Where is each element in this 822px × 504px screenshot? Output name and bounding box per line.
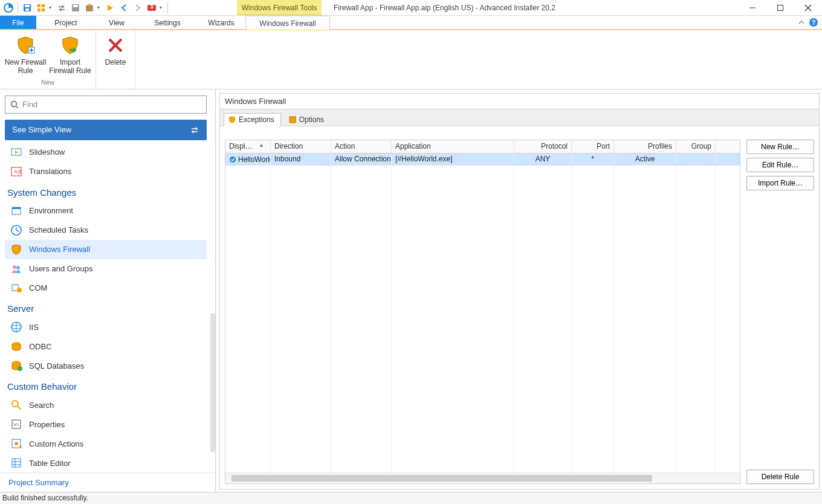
tab-windows-firewall[interactable]: Windows Firewall bbox=[245, 16, 330, 30]
col-action[interactable]: Action bbox=[331, 140, 392, 153]
new-firewall-rule-button[interactable]: New Firewall Rule bbox=[4, 33, 47, 79]
find-input-wrap[interactable] bbox=[5, 95, 207, 114]
svg-point-24 bbox=[11, 101, 17, 106]
firewall-icon bbox=[10, 243, 23, 256]
col-direction[interactable]: Direction bbox=[271, 140, 331, 153]
users-icon bbox=[10, 262, 23, 276]
svg-point-36 bbox=[16, 266, 20, 270]
grid-icon[interactable] bbox=[35, 2, 47, 14]
nav-users-groups[interactable]: Users and Groups bbox=[5, 259, 207, 279]
notification-icon[interactable]: 3 bbox=[146, 2, 158, 14]
nav-windows-firewall[interactable]: Windows Firewall bbox=[5, 240, 207, 259]
svg-rect-55 bbox=[290, 117, 296, 123]
tab-exceptions[interactable]: Exceptions bbox=[224, 113, 281, 126]
exceptions-tab-icon bbox=[228, 115, 236, 124]
table-icon bbox=[10, 456, 23, 470]
import-firewall-rule-button[interactable]: Import Firewall Rule bbox=[48, 33, 92, 79]
maximize-button[interactable] bbox=[766, 0, 794, 15]
properties-icon: V= bbox=[10, 418, 23, 431]
svg-rect-6 bbox=[37, 8, 40, 11]
section-custom-behavior: Custom Behavior bbox=[5, 375, 207, 395]
clock-icon bbox=[10, 224, 23, 237]
nav-slideshow[interactable]: Slideshow bbox=[5, 143, 207, 162]
close-button[interactable] bbox=[794, 0, 822, 15]
nav-odbc[interactable]: ODBC bbox=[5, 337, 207, 356]
firewall-rules-grid[interactable]: Displ… ▲ Direction Action Application Pr… bbox=[225, 140, 740, 484]
find-input[interactable] bbox=[22, 100, 201, 109]
options-tab-icon bbox=[288, 115, 297, 124]
forward-icon[interactable] bbox=[132, 2, 144, 14]
tab-project[interactable]: Project bbox=[36, 16, 95, 30]
tab-file[interactable]: File bbox=[0, 16, 36, 30]
svg-rect-4 bbox=[37, 4, 40, 7]
section-server: Server bbox=[5, 297, 207, 317]
col-protocol[interactable]: Protocol bbox=[514, 140, 572, 153]
simple-view-button[interactable]: See Simple View bbox=[5, 120, 207, 140]
new-rule-button[interactable]: New Rule… bbox=[746, 140, 814, 154]
dropdown-caret-icon-3[interactable]: ▾ bbox=[160, 5, 164, 10]
custom-actions-icon bbox=[10, 437, 23, 450]
svg-text:文: 文 bbox=[18, 169, 22, 175]
col-group[interactable]: Group bbox=[676, 140, 716, 153]
tab-options[interactable]: Options bbox=[284, 113, 331, 126]
nav-translations[interactable]: A文 Translations bbox=[5, 162, 207, 181]
svg-rect-5 bbox=[42, 4, 45, 7]
import-rule-button[interactable]: Import Rule… bbox=[746, 176, 814, 190]
grid-horizontal-scrollbar[interactable] bbox=[225, 473, 740, 483]
slideshow-icon bbox=[10, 146, 23, 159]
tab-settings[interactable]: Settings bbox=[138, 16, 197, 30]
environment-icon bbox=[10, 204, 23, 218]
transfer-icon[interactable] bbox=[56, 2, 68, 14]
nav-search[interactable]: Search bbox=[5, 395, 207, 415]
run-icon[interactable] bbox=[104, 2, 116, 14]
col-profiles[interactable]: Profiles bbox=[614, 140, 676, 153]
minimize-button[interactable] bbox=[739, 0, 766, 15]
nav-iis[interactable]: IIS bbox=[5, 317, 207, 337]
search-icon bbox=[10, 100, 19, 109]
svg-rect-9 bbox=[73, 5, 78, 7]
sidebar-scrollbar[interactable] bbox=[210, 313, 215, 452]
delete-rule-button[interactable]: Delete Rule bbox=[746, 470, 814, 484]
help-icon[interactable]: ? bbox=[809, 18, 818, 27]
edit-rule-button[interactable]: Edit Rule… bbox=[746, 158, 814, 172]
rule-enabled-icon bbox=[229, 156, 236, 163]
dropdown-caret-icon[interactable]: ▾ bbox=[49, 5, 54, 10]
swap-icon bbox=[190, 125, 199, 135]
nav-scheduled-tasks[interactable]: Scheduled Tasks bbox=[5, 221, 207, 240]
svg-rect-31 bbox=[12, 207, 21, 209]
nav-table-editor[interactable]: Table Editor bbox=[5, 453, 207, 473]
nav-properties[interactable]: V= Properties bbox=[5, 415, 207, 434]
svg-text:V=: V= bbox=[13, 422, 19, 427]
svg-line-46 bbox=[18, 406, 21, 409]
shield-new-icon bbox=[15, 35, 36, 56]
delete-button[interactable]: Delete bbox=[100, 33, 131, 79]
package-icon[interactable] bbox=[83, 2, 95, 14]
contextual-tab-title: Windows Firewall Tools bbox=[237, 0, 322, 15]
nav-com[interactable]: COM bbox=[5, 279, 207, 298]
odbc-icon bbox=[10, 340, 23, 353]
svg-rect-3 bbox=[25, 8, 29, 11]
svg-line-25 bbox=[16, 106, 18, 108]
qat-app-icon[interactable] bbox=[2, 2, 15, 14]
rule-row[interactable]: HelloWorld Inbound Allow Connection [#He… bbox=[225, 153, 740, 166]
nav-environment[interactable]: Environment bbox=[5, 201, 207, 221]
tab-view[interactable]: View bbox=[95, 16, 138, 30]
back-icon[interactable] bbox=[118, 2, 130, 14]
nav-custom-actions[interactable]: Custom Actions bbox=[5, 434, 207, 453]
project-summary-link[interactable]: Project Summary bbox=[0, 473, 215, 492]
svg-point-44 bbox=[18, 366, 22, 371]
col-port[interactable]: Port bbox=[572, 140, 614, 153]
tab-wizards[interactable]: Wizards bbox=[197, 16, 245, 30]
col-application[interactable]: Application bbox=[392, 140, 514, 153]
qat-separator-2 bbox=[167, 2, 168, 13]
svg-text:?: ? bbox=[812, 19, 816, 26]
ribbon-collapse-icon[interactable] bbox=[798, 19, 805, 26]
com-icon bbox=[10, 281, 23, 294]
save-icon[interactable] bbox=[21, 2, 33, 14]
svg-point-50 bbox=[15, 442, 18, 445]
nav-sql-databases[interactable]: SQL Databases bbox=[5, 356, 207, 375]
delete-icon bbox=[105, 35, 126, 56]
dropdown-caret-icon-2[interactable]: ▾ bbox=[97, 5, 102, 10]
svg-rect-51 bbox=[12, 459, 21, 467]
save-alt-icon[interactable] bbox=[70, 2, 82, 14]
